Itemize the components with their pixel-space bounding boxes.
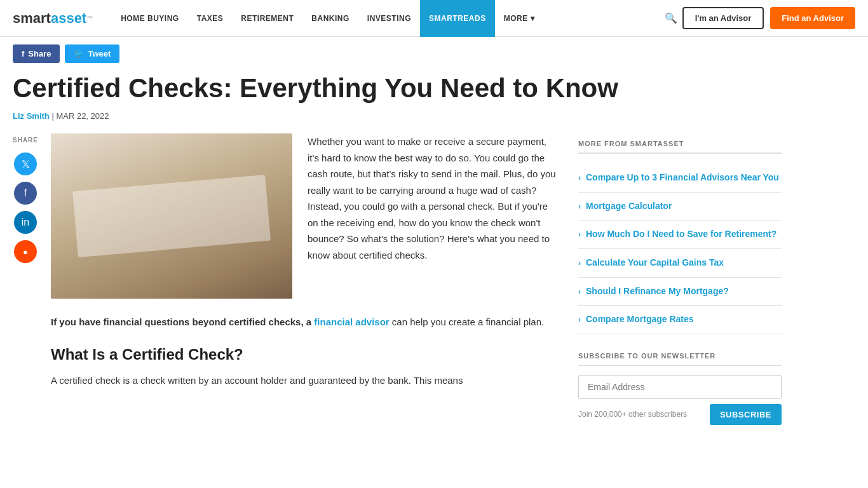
sidebar: MORE FROM SMARTASSET › Compare Up to 3 F… bbox=[578, 133, 782, 425]
logo-tm: ™ bbox=[86, 15, 93, 22]
newsletter-row: Join 200,000+ other subscribers SUBSCRIB… bbox=[578, 404, 782, 425]
reddit-icon: ● bbox=[23, 247, 28, 257]
nav-banking[interactable]: BANKING bbox=[302, 0, 358, 37]
newsletter-sub-text: Join 200,000+ other subscribers bbox=[578, 410, 687, 419]
sidebar-link-label-3: Calculate Your Capital Gains Tax bbox=[586, 257, 724, 269]
chevron-right-icon: › bbox=[578, 201, 581, 212]
article-image-text: Whether you want to make or receive a se… bbox=[51, 133, 559, 299]
email-input[interactable] bbox=[578, 375, 782, 399]
chevron-right-icon: › bbox=[578, 229, 581, 240]
sidebar-link-item-1: › Mortgage Calculator bbox=[578, 193, 782, 221]
more-from-smartasset-title: MORE FROM SMARTASSET bbox=[578, 140, 782, 154]
sidebar-link-item-5: › Compare Mortgage Rates bbox=[578, 306, 782, 334]
share-buttons-top: f Share 🐦 Tweet bbox=[13, 44, 855, 63]
search-icon: 🔍 bbox=[665, 13, 677, 24]
twitter-icon: 𝕏 bbox=[22, 158, 30, 170]
social-linkedin-button[interactable]: in bbox=[14, 211, 37, 234]
sidebar-link-label-4: Should I Refinance My Mortgage? bbox=[586, 285, 729, 298]
sidebar-link-label-0: Compare Up to 3 Financial Advisors Near … bbox=[586, 172, 779, 184]
main-container: SHARE 𝕏 f in ● bbox=[0, 133, 868, 444]
chevron-down-icon: ▾ bbox=[531, 14, 535, 23]
sidebar-link-item-4: › Should I Refinance My Mortgage? bbox=[578, 278, 782, 306]
nav-retirement[interactable]: RETIREMENT bbox=[232, 0, 302, 37]
nav-smartreads[interactable]: SMARTREADS bbox=[420, 0, 495, 37]
sidebar-link-item-0: › Compare Up to 3 Financial Advisors Nea… bbox=[578, 164, 782, 193]
section-title-what-is: What Is a Certified Check? bbox=[51, 346, 559, 363]
chevron-right-icon: › bbox=[578, 173, 581, 184]
share-twitter-button[interactable]: 🐦 Tweet bbox=[65, 44, 119, 63]
nav-investing[interactable]: INVESTING bbox=[358, 0, 420, 37]
share-facebook-button[interactable]: f Share bbox=[13, 44, 60, 63]
newsletter-title: SUBSCRIBE TO OUR NEWSLETTER bbox=[578, 352, 782, 366]
content-area: SHARE 𝕏 f in ● bbox=[13, 133, 559, 425]
logo[interactable]: smartasset™ bbox=[13, 10, 93, 27]
article-title: Certified Checks: Everything You Need to… bbox=[13, 73, 855, 104]
sidebar-link-label-1: Mortgage Calculator bbox=[586, 200, 672, 213]
sidebar-link-item-3: › Calculate Your Capital Gains Tax bbox=[578, 249, 782, 278]
newsletter-section: SUBSCRIBE TO OUR NEWSLETTER Join 200,000… bbox=[578, 352, 782, 425]
social-reddit-button[interactable]: ● bbox=[14, 240, 37, 263]
article-meta: Liz Smith | MAR 22, 2022 bbox=[13, 111, 855, 121]
share-facebook-label: Share bbox=[28, 49, 51, 58]
search-button[interactable]: 🔍 bbox=[660, 12, 682, 24]
sidebar-link-label-5: Compare Mortgage Rates bbox=[586, 313, 694, 326]
im-advisor-button[interactable]: I'm an Advisor bbox=[682, 7, 764, 29]
social-facebook-button[interactable]: f bbox=[14, 182, 37, 205]
financial-advisor-link[interactable]: financial advisor bbox=[314, 316, 389, 327]
sidebar-link-compare-advisors[interactable]: › Compare Up to 3 Financial Advisors Nea… bbox=[578, 164, 782, 192]
nav-more[interactable]: MORE ▾ bbox=[495, 0, 544, 37]
social-twitter-button[interactable]: 𝕏 bbox=[14, 152, 37, 175]
logo-asset: asset bbox=[51, 10, 86, 27]
article-image bbox=[51, 133, 292, 299]
check-writing-image bbox=[51, 133, 292, 299]
sidebar-link-mortgage-calc[interactable]: › Mortgage Calculator bbox=[578, 193, 782, 220]
article-date: MAR 22, 2022 bbox=[56, 111, 109, 121]
chevron-right-icon: › bbox=[578, 287, 581, 297]
find-advisor-button[interactable]: Find an Advisor bbox=[770, 7, 855, 29]
article-callout: If you have financial questions beyond c… bbox=[51, 314, 559, 330]
subscribe-button[interactable]: SUBSCRIBE bbox=[710, 404, 782, 425]
top-bar: f Share 🐦 Tweet Certified Checks: Everyt… bbox=[0, 37, 868, 121]
linkedin-icon: in bbox=[22, 217, 29, 228]
facebook-icon: f bbox=[22, 49, 24, 58]
chevron-right-icon: › bbox=[578, 315, 581, 325]
sidebar-link-refinance[interactable]: › Should I Refinance My Mortgage? bbox=[578, 278, 782, 306]
sidebar-link-label-2: How Much Do I Need to Save for Retiremen… bbox=[586, 228, 776, 241]
sidebar-link-save-retirement[interactable]: › How Much Do I Need to Save for Retirem… bbox=[578, 220, 782, 248]
article-intro-text: Whether you want to make or receive a se… bbox=[308, 133, 559, 299]
logo-smart: smart bbox=[13, 10, 51, 27]
nav-more-label: MORE bbox=[504, 14, 528, 23]
nav-home-buying[interactable]: HOME BUYING bbox=[112, 0, 188, 37]
article-main-content: Whether you want to make or receive a se… bbox=[51, 133, 559, 398]
social-share-left: SHARE 𝕏 f in ● bbox=[13, 133, 38, 398]
chevron-right-icon: › bbox=[578, 258, 581, 269]
share-twitter-label: Tweet bbox=[88, 49, 111, 58]
article-paragraph-1: A certified check is a check written by … bbox=[51, 372, 559, 389]
sidebar-link-mortgage-rates[interactable]: › Compare Mortgage Rates bbox=[578, 306, 782, 334]
share-label: SHARE bbox=[13, 137, 38, 144]
nav-action-buttons: I'm an Advisor Find an Advisor bbox=[682, 7, 855, 29]
article-body: SHARE 𝕏 f in ● bbox=[13, 133, 559, 398]
nav-links: HOME BUYING TAXES RETIREMENT BANKING INV… bbox=[112, 0, 654, 37]
sidebar-link-item-2: › How Much Do I Need to Save for Retirem… bbox=[578, 220, 782, 249]
navigation: smartasset™ HOME BUYING TAXES RETIREMENT… bbox=[0, 0, 868, 37]
author-link[interactable]: Liz Smith bbox=[13, 111, 50, 121]
nav-taxes[interactable]: TAXES bbox=[188, 0, 233, 37]
twitter-icon: 🐦 bbox=[74, 49, 84, 58]
facebook-icon: f bbox=[24, 187, 27, 199]
sidebar-links-list: › Compare Up to 3 Financial Advisors Nea… bbox=[578, 164, 782, 334]
sidebar-link-capital-gains[interactable]: › Calculate Your Capital Gains Tax bbox=[578, 249, 782, 277]
